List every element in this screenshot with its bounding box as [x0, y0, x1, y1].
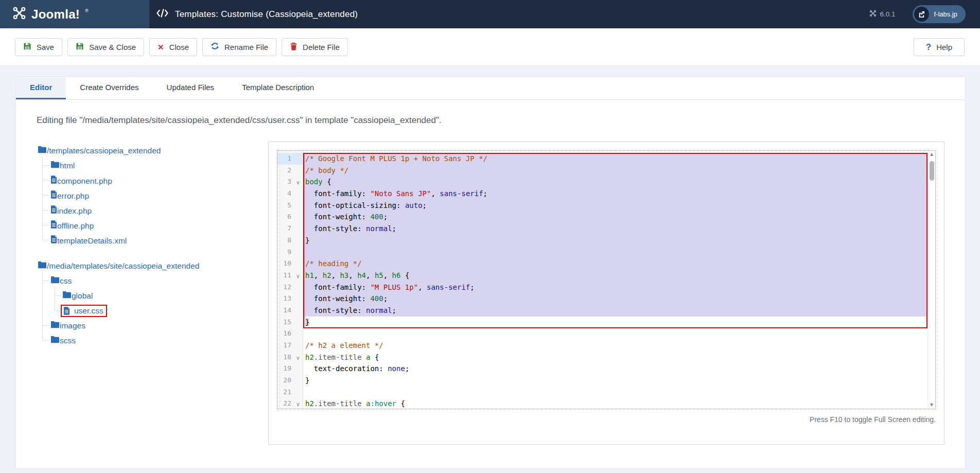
code-line[interactable]: font-style: normal;: [303, 223, 927, 235]
help-question-icon: ?: [926, 43, 931, 51]
fold-arrow-icon[interactable]: v: [296, 402, 300, 407]
line-number[interactable]: 17: [277, 340, 303, 352]
save-button[interactable]: Save: [15, 38, 62, 56]
file-tree: /templates/cassiopeia_extendedhtmlcompon…: [37, 142, 268, 348]
line-number[interactable]: 5: [277, 200, 303, 212]
save-icon: [76, 42, 84, 52]
code-line[interactable]: [303, 328, 927, 340]
line-number[interactable]: 1: [277, 153, 303, 165]
editor-scrollbar[interactable]: ▲ ▼: [927, 151, 935, 409]
line-number[interactable]: 19: [277, 363, 303, 375]
tree-folder-html[interactable]: html: [37, 158, 268, 173]
help-button[interactable]: ? Help: [914, 38, 965, 56]
line-number[interactable]: 8: [277, 235, 303, 247]
code-line[interactable]: }: [303, 317, 927, 328]
help-label: Help: [936, 43, 952, 51]
folder-icon: [50, 276, 60, 284]
tab-template-description[interactable]: Template Description: [228, 77, 328, 99]
code-line[interactable]: }: [303, 235, 927, 247]
code-line[interactable]: h2.item-title a {: [303, 352, 927, 363]
scrollbar-thumb[interactable]: [930, 161, 934, 181]
admin-header: Joomla!® Templates: Customise (Cassiopei…: [0, 0, 980, 28]
delete-file-button[interactable]: Delete File: [282, 38, 348, 56]
save-and-close-button[interactable]: Save & Close: [67, 38, 144, 56]
code-line[interactable]: /* h2 a element */: [303, 340, 927, 352]
code-icon: [156, 8, 169, 20]
fullscreen-hint: Press F10 to toggle Full Screen editing.: [277, 415, 936, 424]
tree-file-user-css[interactable]: user.css: [37, 303, 268, 318]
code-line[interactable]: font-family: "Noto Sans JP", sans-serif;: [303, 188, 927, 200]
code-line[interactable]: text-decoration: none;: [303, 363, 927, 375]
tree-folder-global[interactable]: global: [37, 288, 268, 303]
code-line[interactable]: font-style: normal;: [303, 305, 927, 317]
file-icon: [50, 205, 57, 214]
scroll-up-icon[interactable]: ▲: [930, 151, 933, 158]
code-line[interactable]: [303, 247, 927, 258]
delete-file-label: Delete File: [303, 43, 340, 51]
code-line[interactable]: h1, h2, h3, h4, h5, h6 {: [303, 270, 927, 282]
editor-code-area[interactable]: /* Google Font M PLUS 1p + Noto Sans JP …: [303, 151, 935, 409]
code-line[interactable]: font-weight: 400;: [303, 211, 927, 223]
tree-file-index-php[interactable]: index.php: [37, 203, 268, 218]
code-line[interactable]: /* body */: [303, 165, 927, 177]
line-number[interactable]: 2: [277, 165, 303, 177]
folder-icon: [38, 261, 47, 269]
tab-create-overrides[interactable]: Create Overrides: [66, 77, 152, 99]
code-line[interactable]: font-weight: 400;: [303, 293, 927, 305]
line-number[interactable]: 13: [277, 293, 303, 305]
code-line[interactable]: /* heading */: [303, 258, 927, 270]
rename-file-button[interactable]: Rename File: [202, 38, 276, 56]
code-editor[interactable]: 123v4567891011v12131415161718v19202122v …: [277, 150, 936, 409]
code-line[interactable]: font-optical-sizing: auto;: [303, 200, 927, 212]
editing-file-note: Editing file "/media/templates/site/cass…: [37, 115, 944, 126]
code-line[interactable]: /* Google Font M PLUS 1p + Noto Sans JP …: [303, 153, 927, 165]
code-line[interactable]: body {: [303, 176, 927, 188]
line-number[interactable]: 15: [277, 317, 303, 328]
fold-arrow-icon[interactable]: v: [296, 274, 300, 279]
code-line[interactable]: [303, 387, 927, 398]
tree-item-label: html: [60, 161, 75, 170]
tree-item-label: css: [60, 276, 72, 285]
close-button[interactable]: ✕ Close: [149, 38, 197, 56]
save-icon: [23, 42, 31, 52]
tree-file-component-php[interactable]: component.php: [37, 173, 268, 188]
tab-template-description-label: Template Description: [242, 83, 314, 92]
line-number[interactable]: 10: [277, 258, 303, 270]
line-number[interactable]: 12: [277, 282, 303, 293]
folder-icon: [62, 291, 72, 299]
tab-editor[interactable]: Editor: [16, 77, 66, 99]
line-number[interactable]: 4: [277, 188, 303, 200]
line-number[interactable]: 16: [277, 328, 303, 340]
line-number[interactable]: 22v: [277, 398, 303, 409]
tree-folder--templates-cassiopeia-extended[interactable]: /templates/cassiopeia_extended: [37, 143, 268, 158]
preview-site-button[interactable]: f-labs.jp: [913, 5, 966, 23]
tree-folder-scss[interactable]: scss: [37, 333, 268, 348]
line-number[interactable]: 11v: [277, 270, 303, 282]
tree-file-templateDetails-xml[interactable]: templateDetails.xml: [37, 233, 268, 248]
line-number[interactable]: 9: [277, 247, 303, 258]
fold-arrow-icon[interactable]: v: [296, 180, 300, 185]
file-icon: [50, 220, 57, 229]
line-number[interactable]: 18v: [277, 352, 303, 363]
fold-arrow-icon[interactable]: v: [296, 356, 300, 361]
scroll-down-icon[interactable]: ▼: [930, 401, 933, 409]
code-line[interactable]: }: [303, 375, 927, 387]
tree-item-label: /media/templates/site/cassiopeia_extende…: [47, 261, 199, 270]
tree-item-label: images: [60, 321, 85, 330]
tree-folder--media-templates-site-cassiopeia-extended[interactable]: /media/templates/site/cassiopeia_extende…: [37, 258, 268, 273]
tree-folder-images[interactable]: images: [37, 318, 268, 333]
tree-file-offline-php[interactable]: offline.php: [37, 218, 268, 233]
line-number[interactable]: 14: [277, 305, 303, 317]
line-number[interactable]: 6: [277, 211, 303, 223]
tree-folder-css[interactable]: css: [37, 273, 268, 288]
file-icon: [50, 235, 57, 243]
tree-file-error-php[interactable]: error.php: [37, 188, 268, 203]
tab-updated-files[interactable]: Updated Files: [153, 77, 229, 99]
code-line[interactable]: h2.item-title a:hover {: [303, 398, 927, 409]
line-number[interactable]: 21: [277, 387, 303, 398]
tree-item-label: user.css: [74, 306, 103, 316]
line-number[interactable]: 3v: [277, 176, 303, 188]
line-number[interactable]: 7: [277, 223, 303, 235]
code-line[interactable]: font-family: "M PLUS 1p", sans-serif;: [303, 282, 927, 293]
line-number[interactable]: 20: [277, 375, 303, 387]
